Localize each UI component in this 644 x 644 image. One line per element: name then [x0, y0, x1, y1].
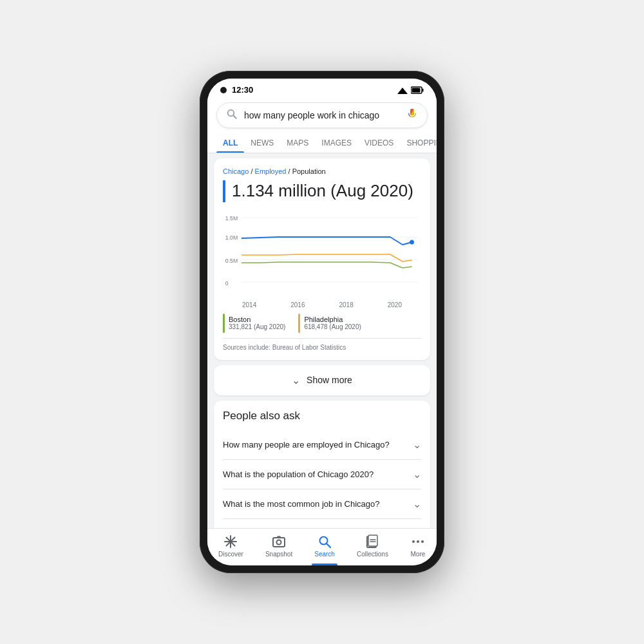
mic-icon[interactable]	[406, 108, 418, 122]
legend-boston: Boston 331,821 (Aug 2020)	[223, 314, 285, 333]
tab-videos[interactable]: VIDEOS	[358, 133, 400, 153]
people-also-ask-section: People also ask How many people are empl…	[214, 401, 430, 528]
svg-line-23	[327, 544, 330, 547]
tab-images[interactable]: IMAGES	[315, 133, 358, 153]
paa-chevron-2: ⌄	[413, 468, 421, 480]
svg-rect-2	[422, 88, 424, 91]
chart-x-labels: 2014 2016 2018 2020	[223, 301, 421, 308]
paa-title: People also ask	[223, 410, 421, 422]
camera-dot	[220, 87, 227, 93]
phone-screen: 12:30	[207, 79, 437, 565]
svg-text:0.5M: 0.5M	[225, 258, 238, 264]
svg-marker-0	[397, 88, 408, 94]
chart-legend: Boston 331,821 (Aug 2020) Philadelphia 6…	[223, 314, 421, 333]
show-more-chevron: ⌄	[292, 374, 300, 386]
legend-boston-value: 331,821 (Aug 2020)	[229, 323, 285, 330]
tab-news[interactable]: NEWS	[244, 133, 280, 153]
svg-point-30	[421, 540, 424, 543]
paa-chevron-1: ⌄	[413, 439, 421, 451]
svg-point-29	[417, 540, 419, 543]
legend-philadelphia-city: Philadelphia	[304, 316, 361, 323]
status-left: 12:30	[220, 85, 253, 95]
legend-philadelphia-value: 618,478 (Aug 2020)	[304, 323, 361, 330]
svg-point-21	[277, 540, 281, 545]
chart-label-2016: 2016	[290, 301, 305, 308]
nav-search[interactable]: Search	[307, 534, 343, 558]
employment-chart: 1.5M 1.0M 0.5M 0	[223, 211, 421, 295]
search-icon	[226, 108, 238, 122]
knowledge-panel: Chicago / Employed / Population 1.134 mi…	[214, 158, 430, 360]
paa-question-1: How many people are employed in Chicago?	[223, 440, 408, 450]
nav-discover-label: Discover	[218, 551, 243, 558]
svg-text:1.5M: 1.5M	[225, 215, 238, 222]
bottom-nav: Discover Snapshot	[207, 528, 437, 565]
svg-point-28	[412, 540, 415, 543]
tab-maps[interactable]: MAPS	[280, 133, 315, 153]
paa-question-2: What is the population of Chicago 2020?	[223, 469, 408, 479]
svg-rect-3	[412, 88, 421, 92]
show-more-button[interactable]: ⌄ Show more	[214, 365, 430, 395]
search-bar-container: how many people work in chicago	[207, 99, 437, 133]
chart-label-2014: 2014	[242, 301, 256, 308]
search-input-wrap[interactable]: how many people work in chicago	[216, 102, 428, 128]
chart-svg: 1.5M 1.0M 0.5M 0	[223, 211, 421, 295]
breadcrumb-employed[interactable]: Employed	[255, 167, 287, 175]
legend-philadelphia: Philadelphia 618,478 (Aug 2020)	[298, 314, 361, 333]
battery-icon	[411, 86, 424, 94]
breadcrumb-current: Population	[292, 167, 326, 175]
signal-icon	[397, 86, 408, 94]
nav-search-label: Search	[314, 551, 335, 558]
search-nav-icon	[317, 534, 332, 549]
search-results-content: Chicago / Employed / Population 1.134 mi…	[207, 153, 437, 528]
snapshot-icon	[271, 534, 287, 549]
nav-more-label: More	[411, 551, 426, 558]
nav-collections[interactable]: Collections	[349, 534, 396, 558]
svg-text:0: 0	[225, 280, 229, 287]
paa-chevron-3: ⌄	[413, 498, 421, 510]
more-icon	[410, 534, 426, 549]
paa-item-1[interactable]: How many people are employed in Chicago?…	[223, 430, 421, 460]
search-tabs: ALL NEWS MAPS IMAGES VIDEOS SHOPPING	[207, 133, 437, 153]
breadcrumb: Chicago / Employed / Population	[223, 167, 421, 175]
sources-text: Sources include: Bureau of Labor Statist…	[223, 338, 421, 351]
discover-icon	[223, 534, 238, 549]
phone-device: 12:30	[200, 71, 444, 573]
tab-shopping[interactable]: SHOPPING	[400, 133, 437, 153]
legend-philadelphia-color	[298, 314, 300, 333]
collections-icon	[365, 534, 380, 549]
nav-snapshot[interactable]: Snapshot	[258, 534, 300, 558]
svg-line-5	[233, 115, 236, 118]
paa-item-3[interactable]: What is the most common job in Chicago? …	[223, 489, 421, 519]
nav-snapshot-label: Snapshot	[265, 551, 292, 558]
legend-boston-text: Boston 331,821 (Aug 2020)	[229, 314, 285, 333]
chart-label-2020: 2020	[388, 301, 402, 308]
search-query-text: how many people work in chicago	[244, 110, 400, 120]
show-more-label: Show more	[307, 375, 352, 385]
paa-item-2[interactable]: What is the population of Chicago 2020? …	[223, 460, 421, 489]
status-right	[397, 86, 424, 94]
paa-question-3: What is the most common job in Chicago?	[223, 499, 408, 509]
legend-philadelphia-text: Philadelphia 618,478 (Aug 2020)	[304, 314, 361, 333]
svg-text:1.0M: 1.0M	[225, 234, 238, 241]
status-time: 12:30	[232, 85, 253, 95]
status-bar: 12:30	[207, 79, 437, 99]
breadcrumb-city[interactable]: Chicago	[223, 167, 249, 175]
legend-boston-city: Boston	[229, 316, 285, 323]
nav-more[interactable]: More	[402, 534, 433, 558]
nav-discover[interactable]: Discover	[211, 534, 251, 558]
svg-rect-25	[368, 535, 377, 546]
main-statistic: 1.134 million (Aug 2020)	[223, 180, 421, 202]
nav-collections-label: Collections	[357, 551, 388, 558]
chart-label-2018: 2018	[339, 301, 354, 308]
svg-rect-20	[273, 538, 285, 547]
svg-point-15	[410, 240, 414, 244]
paa-item-4[interactable]: What's the unemployment rate in Chicago?…	[223, 519, 421, 528]
tab-all[interactable]: ALL	[216, 133, 244, 153]
legend-boston-color	[223, 314, 225, 333]
